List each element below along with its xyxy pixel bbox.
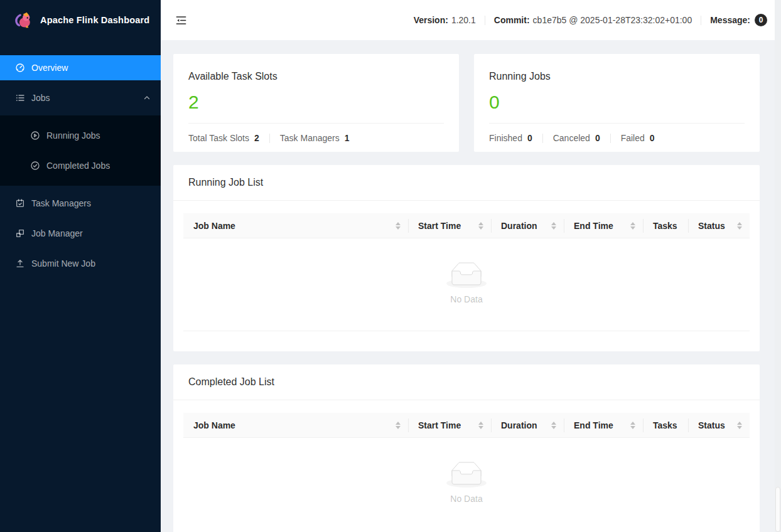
column-header-end-time[interactable]: End Time [564, 413, 643, 437]
panel-header: Completed Job List [173, 364, 760, 400]
sidebar-item-submit-new-job[interactable]: Submit New Job [0, 251, 161, 276]
sidebar-item-label: Task Managers [31, 198, 151, 208]
panel-header: Running Job List [173, 165, 760, 201]
column-header-job-name[interactable]: Job Name [183, 413, 408, 437]
running-jobs-card: Running Jobs 0 Finished 0 Canceled 0 [474, 54, 760, 152]
empty-state: No Data [183, 238, 750, 331]
running-job-list-panel: Running Job List Job Name Start Time [173, 165, 760, 351]
stat-value: 2 [254, 133, 259, 143]
table-header-row: Job Name Start Time Duration End Ti [183, 213, 750, 238]
flink-dashboard-app: Apache Flink Dashboard Overview [0, 0, 781, 532]
app-logo[interactable]: Apache Flink Dashboard [0, 0, 161, 40]
message-info[interactable]: Message: 0 [710, 14, 767, 26]
empty-box-icon [446, 462, 487, 487]
sidebar-item-overview[interactable]: Overview [0, 55, 161, 80]
scrollbar-thumb[interactable] [775, 487, 780, 532]
deployment-icon [15, 228, 25, 238]
header-meta: Version: 1.20.1 Commit: cb1e7b5 @ 2025-0… [414, 14, 767, 26]
sidebar-item-jobs[interactable]: Jobs [0, 85, 161, 110]
stat-label: Failed [621, 133, 645, 143]
empty-state: No Data [183, 438, 750, 530]
sidebar-item-label: Running Jobs [46, 130, 151, 141]
play-circle-icon [30, 130, 40, 141]
column-label: Tasks [653, 420, 683, 430]
panel-title: Running Job List [188, 177, 263, 188]
column-header-start-time[interactable]: Start Time [408, 413, 491, 437]
empty-text: No Data [450, 294, 482, 304]
canceled-stat: Canceled 0 [553, 133, 600, 143]
column-label: End Time [574, 221, 625, 231]
sidebar-item-label: Overview [31, 63, 151, 73]
sorter-icon [396, 422, 401, 429]
sidebar-item-task-managers[interactable]: Task Managers [0, 191, 161, 216]
stat-cards-row: Available Task Slots 2 Total Task Slots … [173, 54, 760, 152]
version-label: Version: [414, 15, 448, 25]
check-circle-icon [30, 161, 40, 171]
sidebar-nav: Overview Jobs [0, 40, 161, 276]
finished-stat: Finished 0 [489, 133, 532, 143]
sidebar-item-running-jobs[interactable]: Running Jobs [0, 123, 161, 148]
column-label: Duration [501, 420, 546, 430]
sidebar-item-label: Completed Jobs [46, 161, 151, 171]
sorter-icon [630, 222, 635, 230]
meta-divider [701, 16, 701, 25]
column-header-status[interactable]: Status [688, 413, 750, 437]
task-managers-stat: Task Managers 1 [280, 133, 350, 143]
card-footer: Total Task Slots 2 Task Managers 1 [188, 133, 444, 143]
sidebar-item-completed-jobs[interactable]: Completed Jobs [0, 153, 161, 178]
sidebar: Apache Flink Dashboard Overview [0, 0, 161, 532]
main-area: Version: 1.20.1 Commit: cb1e7b5 @ 2025-0… [161, 0, 775, 532]
column-header-status[interactable]: Status [688, 213, 750, 238]
commit-value: cb1e7b5 @ 2025-01-28T23:32:02+01:00 [533, 15, 692, 25]
stat-label: Task Managers [280, 133, 340, 143]
column-header-job-name[interactable]: Job Name [183, 213, 408, 238]
stat-value: 0 [595, 133, 600, 143]
failed-stat: Failed 0 [621, 133, 655, 143]
vertical-scrollbar[interactable] [775, 0, 781, 532]
column-header-duration[interactable]: Duration [491, 413, 564, 437]
column-header-start-time[interactable]: Start Time [408, 213, 491, 238]
stat-label: Finished [489, 133, 522, 143]
jobs-submenu: Running Jobs Completed Jobs [0, 115, 161, 186]
total-task-slots-stat: Total Task Slots 2 [188, 133, 259, 143]
available-task-slots-value: 2 [188, 90, 444, 114]
column-header-tasks: Tasks [643, 213, 688, 238]
divider [489, 123, 745, 124]
message-count-badge: 0 [755, 14, 767, 26]
commit-label: Commit: [494, 15, 530, 25]
sorter-icon [551, 422, 556, 429]
column-label: Job Name [193, 221, 390, 231]
chevron-up-icon [143, 94, 151, 102]
column-label: Status [698, 420, 732, 430]
schedule-icon [15, 198, 25, 208]
column-label: Job Name [193, 420, 390, 430]
panel-title: Completed Job List [188, 376, 274, 388]
sorter-icon [478, 422, 483, 429]
top-header: Version: 1.20.1 Commit: cb1e7b5 @ 2025-0… [161, 0, 775, 40]
stat-label: Canceled [553, 133, 590, 143]
meta-divider [485, 16, 485, 25]
message-label: Message: [710, 15, 750, 25]
card-footer: Finished 0 Canceled 0 Failed 0 [489, 133, 745, 143]
page-content: Available Task Slots 2 Total Task Slots … [161, 40, 775, 532]
column-header-duration[interactable]: Duration [491, 213, 564, 238]
column-header-end-time[interactable]: End Time [564, 213, 643, 238]
sidebar-item-label: Jobs [31, 93, 137, 103]
column-label: Duration [501, 221, 546, 231]
available-task-slots-card: Available Task Slots 2 Total Task Slots … [173, 54, 459, 152]
sorter-icon [396, 222, 401, 230]
column-label: End Time [574, 420, 625, 430]
empty-text: No Data [450, 494, 482, 504]
meta-divider [542, 134, 543, 143]
running-jobs-value: 0 [489, 90, 745, 114]
sorter-icon [551, 222, 556, 230]
sorter-icon [737, 422, 742, 429]
menu-fold-icon[interactable] [175, 14, 187, 26]
sidebar-item-job-manager[interactable]: Job Manager [0, 221, 161, 246]
card-title: Running Jobs [489, 69, 745, 84]
unordered-list-icon [15, 93, 25, 103]
sidebar-item-label: Job Manager [31, 228, 151, 238]
column-label: Start Time [418, 420, 473, 430]
dashboard-icon [15, 63, 25, 73]
version-info: Version: 1.20.1 [414, 15, 476, 25]
